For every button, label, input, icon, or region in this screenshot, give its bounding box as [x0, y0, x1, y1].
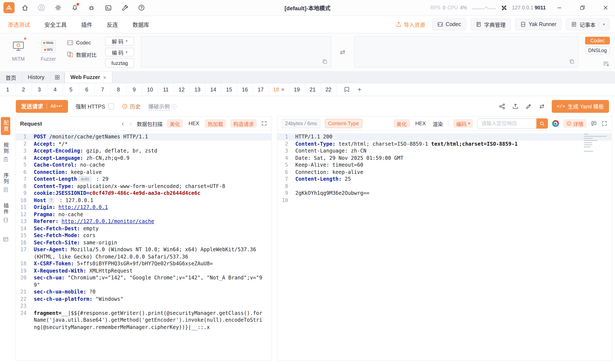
- code-line-4[interactable]: 4Date: Sat, 29 Nov 2025 01:59:00 GMT: [277, 155, 612, 161]
- content-type-badge[interactable]: Content-Type: [325, 119, 362, 128]
- close-tab-icon[interactable]: ×: [103, 74, 106, 80]
- help-icon[interactable]: [135, 1, 148, 14]
- code-line-6[interactable]: 6Connection: keep-alive: [16, 169, 271, 176]
- code-line-11[interactable]: 11Origin: http://127.0.0.1: [16, 204, 271, 211]
- fuzzer-sequence-tab-12[interactable]: 12: [174, 83, 190, 96]
- code-line-2[interactable]: 2Content-Type: text/html; charset=ISO-88…: [277, 140, 612, 147]
- prev-request-icon[interactable]: ‹: [121, 120, 125, 127]
- hotload-toggle[interactable]: 热加载: [205, 119, 226, 128]
- tab-history[interactable]: History: [22, 72, 51, 83]
- code-line-14[interactable]: 14Sec-Fetch-Dest: empty: [16, 225, 271, 232]
- data-compare-tool[interactable]: 数据对比: [67, 51, 98, 58]
- code-line-21[interactable]: 21sec-ch-ua-mobile: ?0: [16, 288, 271, 295]
- fuzzer-sequence-tab-7[interactable]: 7: [95, 83, 111, 96]
- save-tabs-icon[interactable]: [343, 86, 350, 93]
- code-line-7[interactable]: 7Content-Lengthauto : 29: [16, 176, 271, 183]
- encode-dropdown[interactable]: 编 码▾: [105, 48, 134, 56]
- user-avatar-icon[interactable]: [35, 1, 48, 14]
- fuzzer-sequence-tab-6[interactable]: 6: [79, 83, 95, 96]
- fuzzer-sequence-tab-17[interactable]: 17: [253, 83, 269, 96]
- swap-view-icon[interactable]: [538, 103, 545, 110]
- expand-icon[interactable]: [601, 120, 607, 127]
- nav-item-security-tools[interactable]: 安全工具: [44, 20, 67, 28]
- side-tab-sequence[interactable]: 序列: [1, 169, 10, 196]
- code-line-3[interactable]: 3Accept-Encoding: gzip, deflate, br, zst…: [16, 147, 271, 155]
- next-request-icon[interactable]: ›: [129, 120, 132, 127]
- code-line-24[interactable]: 24fragment=__|$${#response.getWriter().p…: [16, 310, 271, 331]
- swap-io-icon[interactable]: ⇄: [338, 48, 347, 56]
- history-button[interactable]: 历史: [122, 102, 141, 110]
- export-icon[interactable]: [512, 103, 519, 110]
- beautify-toggle[interactable]: 美化: [167, 119, 183, 128]
- side-tab-config[interactable]: 配置: [1, 117, 10, 135]
- send-request-button[interactable]: 发送请求 Alt+↵: [16, 100, 68, 113]
- code-line-12[interactable]: 12Pragma: no-cache: [16, 211, 271, 218]
- codec-run-button[interactable]: Codec: [585, 37, 610, 44]
- search-input[interactable]: [477, 118, 536, 129]
- comment-icon[interactable]: [591, 120, 597, 127]
- layout-table-icon[interactable]: [2, 236, 9, 242]
- fuzzer-sequence-tab-18[interactable]: 18×: [269, 83, 289, 96]
- notifications-bell-icon[interactable]: [68, 1, 81, 14]
- edit-icon[interactable]: [525, 103, 532, 110]
- copy-icon[interactable]: [322, 59, 327, 65]
- code-line-8[interactable]: 8: [277, 183, 612, 190]
- code-line-1[interactable]: 1POST /monitor/cache/getNames HTTP/1.1: [16, 133, 271, 140]
- chevron-down-icon[interactable]: ▾: [603, 22, 605, 26]
- code-line-1[interactable]: 1HTTP/1.1 200: [277, 133, 612, 140]
- mitm-tool[interactable]: × MITM: [7, 36, 30, 67]
- decode-dropdown[interactable]: 解 码▾: [105, 37, 134, 46]
- code-line-6[interactable]: 6Connection: keep-alive: [277, 169, 612, 176]
- nav-item-pentest[interactable]: 渗透测试: [8, 20, 30, 28]
- fuzzer-sequence-tab-5[interactable]: 5: [63, 83, 79, 96]
- side-tab-rules[interactable]: 规则: [1, 139, 10, 165]
- nav-item-reverse[interactable]: 反连: [107, 20, 118, 28]
- blast-example-link[interactable]: 爆破示例 ⓘ: [148, 102, 177, 110]
- codec-input-area[interactable]: [141, 36, 331, 67]
- code-line-5[interactable]: 5Keep-Alive: timeout=60: [277, 161, 612, 169]
- dnslog-button[interactable]: DNSLog: [585, 47, 610, 54]
- beautify-toggle[interactable]: 美化: [393, 119, 410, 128]
- notepad-button[interactable]: 记事本 ▾: [566, 18, 610, 30]
- debug-bug-icon[interactable]: [85, 1, 98, 14]
- fuzzer-sequence-tab-4[interactable]: 4: [47, 83, 63, 96]
- fuzzer-sequence-tab-10[interactable]: 10: [142, 83, 158, 96]
- tab-web-fuzzer[interactable]: Web Fuzzer ×: [65, 72, 112, 83]
- code-line-4[interactable]: 4Accept-Language: zh-CN,zh;q=0.9: [16, 155, 271, 161]
- generate-yaml-button[interactable]: </> 生成 Yaml 模板: [551, 100, 609, 113]
- render-toggle[interactable]: 渲染: [432, 119, 444, 128]
- code-line-20[interactable]: 20sec-ch-ua: "Chromium";v="142", "Google…: [16, 274, 271, 288]
- fuzzer-tool[interactable]: Web WS Fuzzer: [37, 36, 60, 67]
- copy-icon[interactable]: [569, 59, 575, 65]
- add-tab-icon[interactable]: +: [357, 86, 362, 93]
- fuzzer-sequence-tab-14[interactable]: 14: [206, 83, 221, 96]
- code-line-19[interactable]: 19X-Requested-With: XMLHttpRequest: [16, 267, 271, 274]
- force-https-toggle[interactable]: 强制 HTTPS: [75, 102, 114, 110]
- tab-grid-icon[interactable]: [51, 72, 65, 83]
- code-line-16[interactable]: 16Sec-Fetch-Site: same-origin: [16, 239, 271, 246]
- fuzzer-sequence-tab-2[interactable]: 2: [16, 83, 32, 96]
- encode-dropdown[interactable]: 编码▾: [453, 119, 473, 128]
- minimize-button[interactable]: [550, 0, 569, 16]
- fuzzer-sequence-tab-21[interactable]: 21: [305, 83, 321, 96]
- fuzzer-sequence-tab-8[interactable]: 8: [111, 83, 127, 96]
- sort-descending-icon[interactable]: [602, 60, 610, 67]
- nav-item-database[interactable]: 数据库: [132, 20, 149, 28]
- code-line-22[interactable]: 22sec-ch-ua-platform: "Windows": [16, 295, 271, 302]
- code-line-2[interactable]: 2Accept: */*: [16, 140, 271, 147]
- hex-toggle[interactable]: HEX: [187, 119, 200, 128]
- editor-minimap[interactable]: [584, 134, 608, 154]
- detail-button[interactable]: 详情: [563, 119, 586, 128]
- codec-nav-button[interactable]: Codec: [432, 18, 466, 30]
- tab-home[interactable]: 首页: [0, 72, 22, 83]
- nav-item-plugins[interactable]: 插件: [81, 20, 92, 28]
- share-icon[interactable]: [498, 103, 505, 110]
- hex-toggle[interactable]: HEX: [414, 119, 427, 128]
- restore-button[interactable]: [573, 0, 592, 16]
- close-tab-icon[interactable]: ×: [281, 86, 284, 93]
- code-line-13[interactable]: 13Referer: http://127.0.0.1/monitor/cach…: [16, 218, 271, 225]
- build-request-button[interactable]: 构造请求: [230, 119, 257, 128]
- force-https-checkbox[interactable]: [108, 103, 114, 109]
- codec-output-area[interactable]: [354, 36, 578, 67]
- settings-gear-icon[interactable]: [52, 1, 65, 14]
